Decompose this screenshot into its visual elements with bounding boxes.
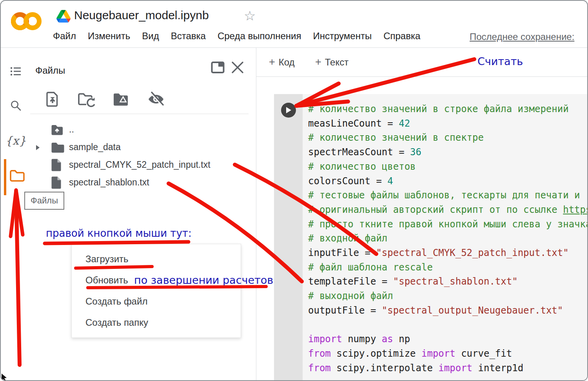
tree-row[interactable]: sample_data	[30, 138, 250, 156]
code-line: # количество значений в спектре	[308, 131, 588, 145]
close-panel-icon[interactable]	[231, 62, 244, 73]
open-in-new-tab-icon[interactable]	[211, 61, 225, 74]
annotation-after-calc-label: по завершении расчетов	[134, 274, 273, 286]
hide-hidden-files-icon[interactable]	[147, 92, 165, 107]
menu-item-5[interactable]: Среда выполнения	[218, 31, 301, 42]
menu-item-3[interactable]: Вид	[142, 31, 159, 42]
code-line: # файл шаблона rescale	[308, 260, 588, 275]
menu-item-4[interactable]: Вставка	[171, 31, 206, 42]
code-cell: # количество значений в строке файла изм…	[274, 94, 588, 381]
code-line: # выходной файл	[308, 289, 588, 303]
add-text-button[interactable]: + Текст	[315, 48, 348, 76]
code-line: templateFile = "spectral_shablon.txt"	[308, 274, 588, 289]
code-line: colorsCount = 4	[308, 174, 588, 189]
annotation-read-label: Считать	[477, 55, 523, 67]
code-line: # входной файл	[308, 231, 588, 246]
menu-bar: ФайлИзменитьВидВставкаСреда выполненияИн…	[53, 31, 420, 42]
file-tree: ..sample_dataspectral_CMYK_52_patch_inpu…	[30, 121, 250, 191]
mouse-cursor	[2, 374, 7, 381]
add-code-button[interactable]: + Код	[269, 48, 295, 76]
tree-item-label: spectral_CMYK_52_patch_input.txt	[69, 160, 211, 170]
notebook-toolbar: + Код + Текст	[256, 48, 588, 76]
plus-icon: +	[315, 56, 321, 68]
context-menu-item[interactable]: Загрузить	[72, 249, 241, 270]
code-line: # оригинальный авторский скрипт от по сс…	[308, 203, 588, 217]
file-icon	[51, 158, 64, 172]
run-cell-button[interactable]	[281, 103, 296, 118]
code-line: # просто ткните правой кнопкой мыши слев…	[308, 217, 588, 232]
code-line: outputFile = "spectral_output_Neugebauer…	[308, 303, 588, 318]
files-icon[interactable]	[6, 167, 28, 184]
tree-row[interactable]: spectral_shablon.txt	[30, 174, 250, 191]
folder-icon	[51, 140, 64, 154]
search-icon[interactable]	[5, 97, 27, 114]
tree-row[interactable]: spectral_CMYK_52_patch_input.txt	[30, 156, 250, 174]
mount-drive-icon[interactable]	[113, 93, 129, 106]
code-line	[308, 318, 588, 332]
code-editor[interactable]: # количество значений в строке файла изм…	[303, 94, 588, 381]
annotation-right-click-label: правой кнопкой мыши тут:	[46, 227, 192, 239]
files-tooltip: Файлы	[24, 192, 64, 210]
chevron-right-icon[interactable]	[35, 145, 41, 150]
menu-item-6[interactable]: Инструменты	[313, 31, 372, 42]
star-icon[interactable]: ☆	[244, 8, 256, 24]
code-line: # тестовые файлы шаблонов, тескарты для …	[308, 188, 588, 203]
code-line: spectrMeasCount = 36	[308, 145, 588, 160]
context-menu: ЗагрузитьОбновитьСоздать файлСоздать пап…	[71, 244, 241, 338]
file-icon	[51, 176, 64, 190]
notebook-title[interactable]: Neugebauer_model.ipynb	[74, 9, 209, 22]
menu-item-1[interactable]: Файл	[53, 31, 76, 42]
tree-item-label: ..	[69, 124, 74, 135]
notebook-toolbar-divider	[256, 76, 588, 77]
panel-toolbar-divider	[30, 114, 249, 114]
tree-item-label: spectral_shablon.txt	[69, 177, 149, 188]
cell-gutter	[274, 94, 303, 381]
last-save-link[interactable]: Последнее сохранение:	[470, 31, 574, 42]
context-menu-item[interactable]: Создать папку	[72, 312, 241, 333]
parent-dir-icon	[51, 123, 64, 137]
upload-file-icon[interactable]	[46, 91, 59, 107]
code-line: # количество значений в строке файла изм…	[308, 102, 588, 116]
variables-icon[interactable]: {x}	[5, 132, 27, 149]
code-line: inputFile = "spectral_CMYK_52_patch_inpu…	[308, 246, 588, 260]
plus-icon: +	[269, 56, 275, 68]
refresh-folder-icon[interactable]	[78, 93, 96, 107]
menu-item-7[interactable]: Справка	[383, 31, 420, 42]
code-line: measLineCount = 42	[308, 116, 588, 131]
code-line: from scipy.interpolate import interp1d	[308, 361, 588, 376]
code-line: from scipy.optimize import curve_fit	[308, 347, 588, 361]
context-menu-item[interactable]: Создать файл	[72, 291, 241, 312]
colab-logo[interactable]	[11, 10, 42, 32]
code-line: import numpy as np	[308, 332, 588, 347]
menu-item-2[interactable]: Изменить	[88, 31, 130, 42]
drive-icon	[56, 10, 71, 23]
code-line: # количество цветов	[308, 160, 588, 174]
table-of-contents-icon[interactable]	[5, 63, 27, 80]
files-panel-title: Файлы	[35, 65, 65, 76]
sidebar-divider	[256, 47, 256, 381]
tree-item-label: sample_data	[69, 142, 121, 152]
tree-row[interactable]: ..	[30, 121, 250, 138]
colab-window: Neugebauer_model.ipynb ☆ ФайлИзменитьВид…	[0, 0, 588, 381]
